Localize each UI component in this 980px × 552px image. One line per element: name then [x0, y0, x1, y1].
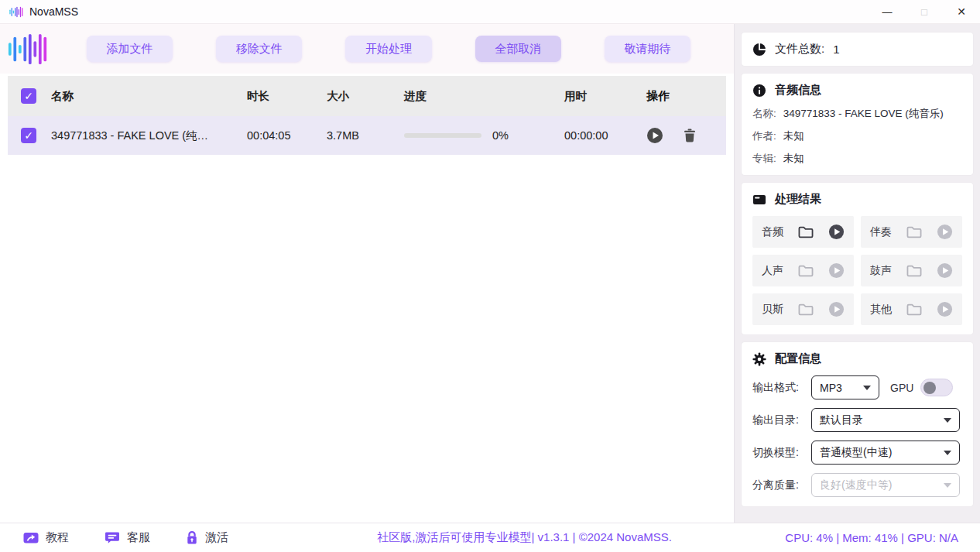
- chevron-down-icon: [944, 483, 951, 488]
- result-item-audio: 音频: [752, 216, 854, 248]
- results-card: 处理结果 音频 伴奏: [742, 183, 973, 334]
- remove-file-button[interactable]: 移除文件: [216, 36, 302, 62]
- lock-icon: [186, 530, 198, 545]
- col-header-elapsed: 用时: [564, 89, 642, 104]
- right-panel: 文件总数: 1 音频信息 名称: 349771833: [734, 24, 980, 523]
- maximize-button[interactable]: □: [906, 0, 943, 23]
- screen-share-icon: [23, 532, 39, 544]
- audio-info-card: 音频信息 名称: 349771833 - FAKE LOVE (纯音乐) 作者:…: [742, 74, 973, 175]
- activate-link[interactable]: 激活: [186, 530, 228, 545]
- play-icon: [937, 301, 953, 317]
- folder-icon: [797, 264, 814, 278]
- output-format-row: 输出格式: MP3 GPU: [752, 375, 962, 399]
- pie-chart-icon: [752, 43, 766, 57]
- gpu-toggle[interactable]: [920, 379, 953, 396]
- config-title: 配置信息: [775, 351, 821, 366]
- output-format-label: 输出格式:: [752, 381, 811, 395]
- waveform-logo-icon: [8, 33, 48, 66]
- system-stats: CPU: 4% | Mem: 41% | GPU: N/A: [785, 531, 958, 544]
- play-icon[interactable]: [828, 224, 845, 240]
- result-item-vocals: 人声: [752, 255, 854, 286]
- titlebar: NovaMSS — □ ✕: [0, 0, 980, 24]
- col-header-size: 大小: [327, 89, 404, 104]
- quality-select: 良好(速度中等): [811, 473, 960, 497]
- folder-icon: [797, 303, 814, 317]
- file-size: 3.7MB: [327, 129, 404, 142]
- play-icon: [828, 262, 845, 279]
- file-count-value: 1: [833, 43, 839, 56]
- col-header-duration: 时长: [247, 89, 327, 104]
- row-checkbox[interactable]: ✓: [21, 128, 36, 143]
- start-processing-button[interactable]: 开始处理: [345, 36, 431, 62]
- progress-bar: [404, 133, 481, 138]
- audio-info-title: 音频信息: [775, 83, 821, 98]
- play-button[interactable]: [646, 127, 663, 144]
- folder-icon: [906, 225, 923, 239]
- audio-name-row: 名称: 349771833 - FAKE LOVE (纯音乐): [752, 107, 962, 121]
- result-item-drums: 鼓声: [861, 255, 962, 286]
- select-all-checkbox[interactable]: ✓: [21, 88, 36, 104]
- audio-artist-row: 作者: 未知: [752, 129, 962, 143]
- file-count-card: 文件总数: 1: [742, 33, 973, 66]
- close-button[interactable]: ✕: [943, 0, 980, 23]
- toggle-knob: [923, 382, 936, 394]
- chat-icon: [105, 531, 120, 544]
- check-icon: ✓: [24, 130, 33, 141]
- toolbar: 添加文件 移除文件 开始处理 全部取消 敬请期待: [0, 24, 734, 74]
- play-icon: [937, 262, 953, 279]
- table-row[interactable]: ✓ 349771833 - FAKE LOVE (纯… 00:04:05 3.7…: [8, 116, 726, 155]
- chevron-down-icon: [944, 451, 951, 455]
- output-format-select[interactable]: MP3: [811, 375, 879, 399]
- model-select[interactable]: 普通模型(中速): [811, 441, 960, 465]
- coming-soon-button[interactable]: 敬请期待: [605, 36, 690, 62]
- support-link[interactable]: 客服: [105, 530, 150, 545]
- folder-icon: [906, 303, 923, 317]
- col-header-actions: 操作: [642, 89, 726, 104]
- statusbar: 教程 客服 激活 社区版,激活后可使: [0, 523, 980, 552]
- result-item-other: 其他: [861, 293, 962, 325]
- output-dir-label: 输出目录:: [752, 413, 811, 427]
- tutorial-link[interactable]: 教程: [23, 530, 69, 545]
- cancel-all-button[interactable]: 全部取消: [475, 36, 561, 62]
- folder-icon: [906, 264, 923, 278]
- quality-row: 分离质量: 良好(速度中等): [752, 473, 962, 497]
- app-window: NovaMSS — □ ✕: [0, 0, 980, 552]
- chevron-down-icon: [863, 386, 871, 390]
- wallet-icon: [752, 194, 766, 206]
- results-grid: 音频 伴奏: [752, 216, 962, 325]
- main-pane: 添加文件 移除文件 开始处理 全部取消 敬请期待 ✓ 名称 时长 大小: [0, 24, 734, 523]
- table-header: ✓ 名称 时长 大小 进度 用时 操作: [8, 76, 726, 116]
- result-item-bass: 贝斯: [752, 293, 854, 325]
- quality-label: 分离质量:: [752, 478, 811, 492]
- elapsed-time: 00:00:00: [564, 129, 642, 142]
- file-table: ✓ 名称 时长 大小 进度 用时 操作 ✓ 349: [8, 76, 726, 155]
- output-dir-select[interactable]: 默认目录: [811, 408, 960, 432]
- output-dir-row: 输出目录: 默认目录: [752, 408, 962, 432]
- model-row: 切换模型: 普通模型(中速): [752, 441, 962, 465]
- progress-label: 0%: [492, 129, 509, 142]
- play-icon: [937, 224, 953, 240]
- result-item-accompaniment: 伴奏: [861, 216, 962, 248]
- file-duration: 00:04:05: [247, 129, 327, 142]
- folder-icon[interactable]: [797, 225, 814, 239]
- version-text: 社区版,激活后可使用专业模型| v1.3.1 | ©2024 NovaMSS.: [264, 530, 785, 545]
- minimize-button[interactable]: —: [869, 0, 906, 23]
- file-name: 349771833 - FAKE LOVE (纯…: [51, 129, 247, 143]
- window-title: NovaMSS: [29, 5, 78, 18]
- check-icon: ✓: [24, 91, 33, 101]
- app-logo-icon: [9, 6, 23, 18]
- model-label: 切换模型:: [752, 446, 811, 460]
- play-icon: [828, 301, 845, 317]
- info-icon: [752, 84, 766, 98]
- audio-album-row: 专辑: 未知: [752, 152, 962, 166]
- results-title: 处理结果: [775, 192, 821, 207]
- col-header-name: 名称: [51, 89, 247, 104]
- add-file-button[interactable]: 添加文件: [87, 36, 173, 62]
- col-header-progress: 进度: [404, 89, 564, 104]
- gpu-label: GPU: [890, 382, 913, 394]
- delete-button[interactable]: [684, 129, 696, 142]
- config-card: 配置信息 输出格式: MP3 GPU 输出目录: 默认目录: [742, 342, 973, 506]
- gear-icon: [752, 352, 766, 366]
- file-count-label: 文件总数:: [775, 42, 824, 57]
- window-controls: — □ ✕: [869, 0, 980, 23]
